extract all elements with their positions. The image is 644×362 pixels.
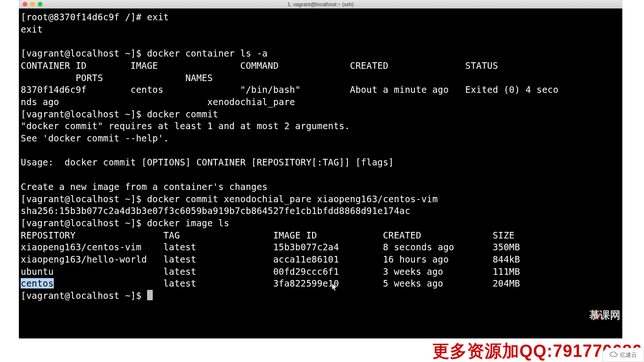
footer-banner: 慕课网 更多资源加QQ:791770686 <box>0 338 644 362</box>
term-line: Create a new image from a container's ch… <box>21 181 268 192</box>
term-line: exit <box>21 24 43 34</box>
term-line: PORTS NAMES <box>21 73 213 83</box>
term-line: [root@8370f14d6c9f /]# exit <box>21 12 169 22</box>
term-line: xiaopeng163/centos-vim latest 15b3b077c2… <box>21 242 520 252</box>
term-line: See 'docker commit --help'. <box>21 133 169 143</box>
term-line: 8370f14d6c9f centos "/bin/bash" About a … <box>21 84 559 95</box>
cloud-icon <box>610 351 618 359</box>
term-line: latest 3fa822599e10 5 weeks ago 204MB <box>54 278 520 288</box>
terminal-body[interactable]: [root@8370f14d6c9f /]# exit exit [vagran… <box>19 8 622 304</box>
term-line: REPOSITORY TAG IMAGE ID CREATED SIZE <box>21 230 515 240</box>
selected-text: centos <box>21 278 54 288</box>
provider-label: 亿速云 <box>620 351 637 359</box>
provider-pill: 亿速云 <box>603 348 644 362</box>
cursor-icon <box>147 290 153 300</box>
term-line: nds ago xenodochial_pare <box>21 97 295 107</box>
term-line: [vagrant@localhost ~]$ docker image ls <box>21 218 229 228</box>
term-line: Usage: docker commit [OPTIONS] CONTAINER… <box>21 157 394 167</box>
term-line: [vagrant@localhost ~]$ docker container … <box>21 48 268 58</box>
term-line: sha256:15b3b077c2a4d3b3e07f3c6059ba919b7… <box>21 206 410 216</box>
term-line: "docker commit" requires at least 1 and … <box>21 121 350 131</box>
term-line: [vagrant@localhost ~]$ <box>21 290 147 301</box>
term-line: ubuntu latest 00fd29ccc6f1 3 weeks ago 1… <box>21 266 520 277</box>
terminal-window: 1. vagrant@localhost:~ (ssh) [root@8370f… <box>19 0 622 338</box>
term-line: [vagrant@localhost ~]$ docker commit <box>21 109 218 119</box>
titlebar: 1. vagrant@localhost:~ (ssh) <box>19 0 622 8</box>
muke-watermark: 慕课网 <box>589 308 620 322</box>
term-line: CONTAINER ID IMAGE COMMAND CREATED STATU… <box>21 60 498 71</box>
window-title: 1. vagrant@localhost:~ (ssh) <box>19 1 622 7</box>
term-line: [vagrant@localhost ~]$ docker commit xen… <box>21 194 438 204</box>
term-line: xiaopeng163/hello-world latest acca11e86… <box>21 254 520 264</box>
